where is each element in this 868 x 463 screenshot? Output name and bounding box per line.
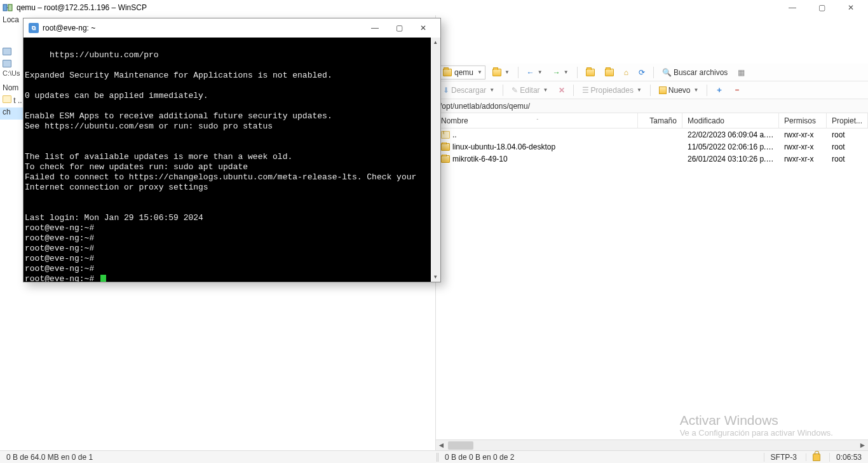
local-label-fragment: Loca [0,15,24,27]
remote-folder-combo[interactable]: qemu ▼ [440,66,485,79]
sort-asc-icon: ˆ [536,118,538,123]
table-row[interactable]: linux-ubuntu-18.04.06-desktop11/05/2022 … [436,141,868,153]
file-perms: rwxr-xr-x [779,142,827,151]
terminal-window: ⧉ root@eve-ng: ~ — ▢ ✕ https://ubuntu.co… [23,18,441,282]
remote-pane: qemu ▼ ▼ ←▼ →▼ ⌂ ⟳ 🔍Buscar archivos ▦ ⬇D… [436,15,868,450]
folder-up-icon [3,95,11,103]
plus-icon: ＋ [715,85,723,95]
folder-root-icon [605,69,614,76]
file-name: .. [452,130,457,139]
status-protocol: SFTP-3 [764,453,803,462]
file-name: linux-ubuntu-18.04.06-desktop [452,142,555,151]
status-right: 0 B de 0 B en 0 de 2 [438,453,764,462]
remote-path-bar[interactable]: /opt/unetlab/addons/qemu/ [436,99,868,113]
selected-row-fragment[interactable]: ch [0,107,24,120]
search-label: Buscar archivos [674,68,728,77]
col-modified[interactable]: Modificado [682,113,779,128]
lock-icon [813,453,820,461]
arrow-left-icon: ← [527,68,534,77]
horizontal-scrollbar[interactable]: ◄ ► [436,439,868,450]
folder-up-icon [586,69,595,76]
search-icon: 🔍 [662,68,672,77]
col-owner[interactable]: Propiet... [827,113,868,128]
select-minus-button[interactable]: － [730,83,744,97]
left-panel-strip: Loca C:\Us Nom t .. ch [0,15,24,289]
col-name[interactable]: Nombreˆ [436,113,638,128]
refresh-button[interactable]: ⟳ [635,66,648,79]
maximize-button[interactable]: ▢ [807,0,836,15]
terminal-title: root@eve-ng: ~ [43,24,363,32]
home-icon: ⌂ [624,68,628,77]
new-folder-icon [659,86,667,94]
delete-icon: ✕ [559,86,565,95]
new-session-button[interactable]: ▼ [489,66,513,79]
table-row[interactable]: mikrotik-6-49-1026/01/2024 03:10:26 p. m… [436,153,868,165]
terminal-cursor [100,275,106,282]
minus-icon: － [733,85,741,95]
folder-icon [441,155,450,163]
parent-row-fragment[interactable]: t .. [0,95,24,107]
putty-icon: ⧉ [29,23,39,33]
scroll-right-icon[interactable]: ► [857,441,868,450]
search-button[interactable]: 🔍Buscar archivos [659,66,731,79]
col-size[interactable]: Tamaño [638,113,682,128]
terminal-maximize-button[interactable]: ▢ [387,19,411,37]
file-perms: rwxr-xr-x [779,130,827,139]
close-button[interactable]: ✕ [836,0,865,15]
svg-rect-1 [8,4,12,11]
remote-folder-name: qemu [454,68,473,77]
properties-icon: ☰ [582,86,589,95]
status-left: 0 B de 64.0 MB en 0 de 1 [0,453,438,462]
col-perms[interactable]: Permisos [779,113,827,128]
root-button[interactable] [602,66,617,79]
file-owner: root [827,142,868,151]
terminal-scrollbar[interactable]: ▴ ▾ [431,38,440,282]
select-plus-button[interactable]: ＋ [712,83,726,97]
home-button[interactable]: ⌂ [621,66,632,79]
status-time: 0:06:53 [829,453,868,462]
folder-up-icon: t [441,131,450,139]
drive-icon[interactable] [3,60,11,67]
folder-icon [443,69,452,76]
scroll-down-icon[interactable]: ▾ [431,272,440,282]
download-icon: ⬇ [443,86,449,95]
delete-button[interactable]: ✕ [555,83,568,97]
back-button[interactable]: ←▼ [524,66,546,79]
file-modified: 11/05/2022 02:06:16 p. m. [682,142,779,151]
scroll-up-icon[interactable]: ▴ [431,38,440,47]
winscp-icon [3,3,13,13]
terminal-titlebar[interactable]: ⧉ root@eve-ng: ~ — ▢ ✕ [24,18,440,38]
folder-icon [492,69,501,76]
arrow-right-icon: → [553,68,560,77]
remote-nav-toolbar: qemu ▼ ▼ ←▼ →▼ ⌂ ⟳ 🔍Buscar archivos ▦ [436,64,868,81]
properties-button[interactable]: ☰Propiedades▼ [579,83,645,97]
remote-file-header: Nombreˆ Tamaño Modificado Permisos Propi… [436,113,868,128]
terminal-minimize-button[interactable]: — [363,19,387,37]
new-button[interactable]: Nuevo▼ [656,83,702,97]
scroll-thumb[interactable] [448,441,473,450]
drive-icon[interactable] [3,48,11,55]
remote-action-toolbar: ⬇Descargar▼ ✎Editar▼ ✕ ☰Propiedades▼ Nue… [436,81,868,99]
local-path-fragment: C:\Us [0,69,24,83]
col-name-fragment: Nom [0,83,24,95]
file-modified: 22/02/2023 06:09:04 a. m. [682,130,779,139]
minimize-button[interactable]: — [778,0,807,15]
terminal-body[interactable]: https://ubuntu.com/pro Expanded Security… [24,38,440,282]
forward-button[interactable]: →▼ [550,66,572,79]
file-name: mikrotik-6-49-10 [452,155,508,163]
status-encryption [806,453,827,461]
folder-icon [441,143,450,151]
edit-button[interactable]: ✎Editar▼ [508,83,551,97]
svg-rect-0 [3,4,7,11]
filter-button[interactable]: ▦ [735,66,748,79]
table-row[interactable]: t..22/02/2023 06:09:04 a. m.rwxr-xr-xroo… [436,128,868,141]
parent-dir-button[interactable] [583,66,598,79]
refresh-icon: ⟳ [639,68,645,77]
file-owner: root [827,130,868,139]
scroll-left-icon[interactable]: ◄ [436,441,447,450]
download-button[interactable]: ⬇Descargar▼ [440,83,498,97]
main-titlebar: qemu – root@172.25.1.196 – WinSCP — ▢ ✕ [0,0,868,15]
remote-file-list[interactable]: t..22/02/2023 06:09:04 a. m.rwxr-xr-xroo… [436,128,868,439]
remote-path-text: /opt/unetlab/addons/qemu/ [440,102,530,111]
terminal-close-button[interactable]: ✕ [411,19,435,37]
